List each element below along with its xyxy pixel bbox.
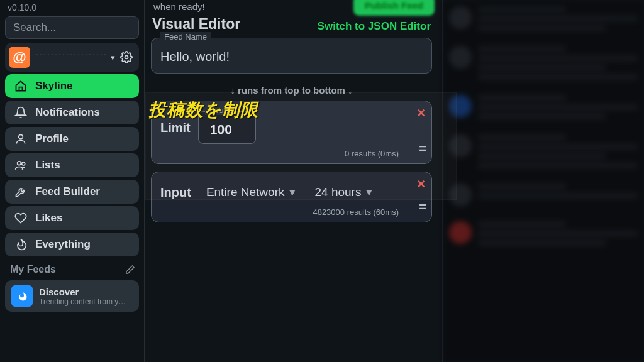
sidebar-item-label: Feed Builder [35,185,100,198]
feed-name-label: Feed Name [160,32,211,41]
heart-icon [14,212,28,224]
dropdown-value: Entire Network [206,185,285,199]
my-feeds-header: My Feeds [5,259,139,275]
close-icon[interactable]: × [417,106,425,120]
sidebar-item-feedbuilder[interactable]: Feed Builder [5,180,139,204]
input-window-dropdown[interactable]: 24 hours ▾ [311,182,376,202]
drag-handle-icon[interactable]: = [419,141,425,156]
search-placeholder: Search... [13,21,56,33]
main-editor: Publish Feed when ready! Visual Editor S… [145,0,443,362]
handle-badge: @ [9,47,30,68]
feed-subtitle: Trending content from yo... [39,297,127,306]
pipeline-direction-text: ↓ runs from top to bottom ↓ [148,74,435,101]
sidebar-item-likes[interactable]: Likes [5,206,139,230]
sidebar-item-profile[interactable]: Profile [5,127,139,151]
profile-handle-placeholder [35,53,106,62]
visual-editor-title: Visual Editor [152,16,240,33]
user-icon [14,133,28,145]
publish-feed-button[interactable]: Publish Feed [353,0,435,16]
svg-point-3 [22,162,25,165]
svg-point-2 [18,162,21,165]
feed-name-value: Hello, world! [160,50,423,64]
caret-down-icon: ▾ [366,185,372,199]
feed-name-input[interactable]: Feed Name Hello, world! [151,38,432,74]
pencil-icon[interactable] [125,265,135,275]
people-icon [14,159,28,172]
sidebar-item-label: Profile [35,133,69,145]
switch-json-editor-link[interactable]: Switch to JSON Editor [318,20,431,33]
block-input-label: Input [160,185,191,200]
feed-title: Discover [39,287,127,297]
block-input: × Input Entire Network ▾ 24 hours ▾ = 48… [151,172,432,222]
profile-bar[interactable]: @ ▾ [5,43,139,72]
sidebar-item-label: Likes [35,212,62,224]
svg-point-1 [19,134,23,139]
sidebar-item-everything[interactable]: Everything [5,233,139,256]
search-input[interactable]: Search... [5,16,139,39]
drag-handle-icon[interactable]: = [419,200,425,214]
gear-icon[interactable] [120,51,133,63]
feed-column [443,0,644,362]
input-source-dropdown[interactable]: Entire Network ▾ [203,182,300,202]
caret-down-icon: ▾ [289,185,296,199]
feed-card-discover[interactable]: Discover Trending content from yo... [5,280,139,312]
sidebar: v0.10.0 Search... @ ▾ Skyline Notificati… [0,0,145,362]
sidebar-item-notifications[interactable]: Notifications [5,101,139,124]
close-icon[interactable]: × [417,177,425,191]
sidebar-item-label: Skyline [35,80,73,92]
sidebar-item-label: Everything [35,238,91,251]
sidebar-item-label: Notifications [35,106,100,119]
flame-icon [11,285,33,307]
my-feeds-label: My Feeds [10,264,56,275]
limit-count-input[interactable]: Count 100 [198,111,256,144]
count-label: Count [205,106,235,115]
chevron-down-icon[interactable]: ▾ [111,53,115,62]
count-value: 100 [210,122,244,137]
sidebar-item-lists[interactable]: Lists [5,153,139,177]
svg-point-0 [125,56,128,59]
block-input-footer: 4823000 results (60ms) [160,202,423,217]
block-limit-label: Limit [160,121,191,135]
version-label: v0.10.0 [5,3,139,14]
sidebar-item-label: Lists [35,159,60,172]
flame-icon [14,238,28,251]
wrench-icon [14,185,28,198]
sidebar-item-skyline[interactable]: Skyline [5,74,139,98]
bell-icon [14,106,28,119]
dropdown-value: 24 hours [314,185,361,199]
block-limit: × Limit Count 100 = 0 results (0ms) [151,101,432,164]
block-limit-footer: 0 results (0ms) [160,144,423,158]
home-icon [14,80,28,92]
